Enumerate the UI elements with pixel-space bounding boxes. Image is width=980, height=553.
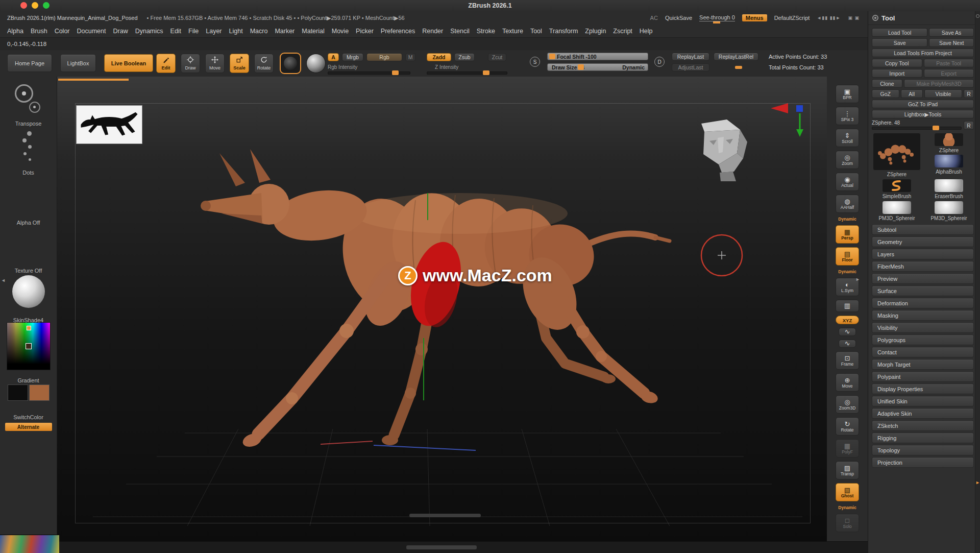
rail-button[interactable]: ▨ Transp — [836, 461, 859, 479]
menu-item[interactable]: Marker — [275, 28, 295, 35]
paste-tool-button[interactable]: Paste Tool — [924, 59, 974, 67]
lightbox-button[interactable]: LightBox — [60, 54, 96, 72]
tool-section-row[interactable]: Layers — [872, 249, 974, 259]
tool-section-row[interactable]: Polypaint — [872, 371, 974, 382]
menu-item[interactable]: Texture — [502, 28, 523, 35]
goz-button[interactable]: GoZ — [872, 89, 899, 98]
switchcolor-label[interactable]: SwitchColor — [0, 414, 57, 420]
dynamic-label[interactable]: Dynamic — [622, 64, 645, 70]
tool-section-row[interactable]: Rigging — [872, 432, 974, 443]
rail-button[interactable]: ▥ — [836, 300, 859, 312]
edit-button[interactable]: Edit — [156, 54, 176, 73]
tool-section-row[interactable]: Deformation — [872, 298, 974, 308]
see-through-slider[interactable]: See-through 0 — [699, 14, 735, 21]
zadd-button[interactable]: Zadd — [427, 53, 451, 61]
tool-thumb[interactable] — [934, 154, 964, 168]
zsphere-slider-handle[interactable] — [933, 126, 939, 130]
menu-item[interactable]: Edit — [170, 28, 182, 35]
stroke-dots-tool[interactable] — [21, 131, 36, 165]
tool-section-row[interactable]: Subtool — [872, 224, 974, 235]
tool-section-row[interactable]: Contact — [872, 347, 974, 357]
mrgb-button[interactable]: Mrgb — [342, 53, 363, 61]
menu-item[interactable]: Light — [229, 28, 243, 35]
tool-section-row[interactable]: Adaptive Skin — [872, 408, 974, 419]
zsub-button[interactable]: Zsub — [454, 53, 475, 61]
rail-button[interactable]: ↻ Rotate — [836, 417, 859, 436]
tool-section-row[interactable]: Preview — [872, 273, 974, 284]
save-button[interactable]: Save — [872, 38, 927, 47]
tool-section-row[interactable]: ZSketch — [872, 420, 974, 431]
rail-button[interactable]: Dynamic — [836, 505, 859, 510]
panel-scroll-arrow[interactable]: ► — [975, 480, 980, 485]
goz-to-ipad-button[interactable]: GoZ To iPad — [872, 100, 974, 108]
rail-button[interactable]: ∿ — [839, 328, 856, 336]
scale-button[interactable]: Scale — [230, 54, 249, 73]
menu-item[interactable]: Document — [77, 28, 106, 35]
tool-section-row[interactable]: Display Properties — [872, 383, 974, 394]
tool-section-row[interactable]: Morph Target — [872, 359, 974, 370]
menu-item[interactable]: Picker — [356, 28, 374, 35]
canvas-scrollbar[interactable] — [409, 514, 481, 517]
menu-item[interactable]: Brush — [31, 28, 47, 35]
z-intensity-slider[interactable] — [427, 71, 507, 75]
draw-size-slider[interactable]: Draw Size 64 Dynamic — [547, 63, 648, 71]
tool-section-row[interactable]: Masking — [872, 310, 974, 321]
replay-last-button[interactable]: ReplayLast — [672, 53, 709, 61]
rgb-button[interactable]: Rgb — [366, 53, 402, 61]
collapse-left-arrow[interactable]: ◄ — [1, 278, 6, 283]
menu-item[interactable]: Tool — [530, 28, 542, 35]
menu-item[interactable]: File — [188, 28, 199, 35]
secondary-color-swatch[interactable] — [8, 384, 28, 401]
rail-button[interactable]: ▦ PolyF — [836, 439, 859, 458]
goz-all-button[interactable]: All — [901, 89, 923, 98]
transpose-tool[interactable] — [12, 84, 45, 118]
tool-section-row[interactable]: FiberMesh — [872, 261, 974, 272]
rail-button[interactable]: ▤ Floor — [836, 247, 859, 266]
import-button[interactable]: Import — [872, 69, 922, 78]
menu-item[interactable]: Zplugin — [585, 28, 606, 35]
menu-item[interactable]: Material — [302, 28, 324, 35]
rail-button[interactable]: □ Solo — [836, 514, 859, 532]
lightbox-tools-button[interactable]: Lightbox▶Tools — [872, 110, 974, 118]
zsphere-slider[interactable]: ZSphere. 48 — [872, 120, 962, 130]
texture-off-label[interactable]: Texture Off — [0, 268, 57, 274]
rail-button[interactable]: ∿ — [839, 340, 856, 348]
draw-button[interactable]: Draw — [181, 54, 200, 73]
rail-button[interactable]: Dynamic — [836, 269, 859, 274]
rail-button[interactable]: ▧ Ghost — [836, 483, 859, 501]
rail-button[interactable]: ◎ Zoom — [836, 151, 859, 169]
tool-thumb[interactable] — [882, 179, 912, 193]
menu-item[interactable]: Alpha — [7, 28, 23, 35]
menu-item[interactable]: Preferences — [381, 28, 415, 35]
tool-section-row[interactable]: Geometry — [872, 236, 974, 247]
rail-button[interactable]: ⋮ SPix 3 — [836, 107, 859, 125]
material-picker[interactable] — [306, 54, 326, 73]
copy-tool-button[interactable]: Copy Tool — [872, 59, 922, 67]
rail-button[interactable]: ⊕ Move — [836, 373, 859, 392]
menu-item[interactable]: Layer — [206, 28, 222, 35]
move-button[interactable]: Move — [205, 54, 225, 73]
rgb-intensity-slider[interactable] — [328, 71, 410, 75]
rail-button[interactable]: ▣ BPR — [836, 85, 859, 103]
default-zscript-button[interactable]: DefaultZScript — [774, 15, 810, 21]
tool-section-row[interactable]: Projection — [872, 457, 974, 468]
load-tool-button[interactable]: Load Tool — [872, 28, 927, 37]
window-icons[interactable]: ▣ ▣ — [848, 15, 860, 20]
home-page-button[interactable]: Home Page — [7, 54, 52, 72]
rail-button[interactable]: ⇕ Scroll — [836, 129, 859, 147]
tool-thumb[interactable] — [934, 133, 964, 147]
goz-visible-button[interactable]: Visible — [924, 89, 962, 98]
menu-item[interactable]: Movie — [332, 28, 349, 35]
clone-button[interactable]: Clone — [872, 79, 902, 88]
menu-item[interactable]: Stencil — [450, 28, 470, 35]
tool-section-row[interactable]: Polygroups — [872, 334, 974, 345]
alpha-off-label[interactable]: Alpha Off — [0, 220, 57, 226]
lightbox-preview-thumb[interactable] — [0, 535, 59, 553]
menus-toggle[interactable]: Menus — [742, 14, 767, 21]
rail-button[interactable]: XYZ — [836, 316, 859, 324]
make-polymesh3d-button[interactable]: Make PolyMesh3D — [904, 79, 974, 88]
save-next-button[interactable]: Save Next — [929, 38, 974, 47]
rail-button[interactable]: ⊡ Frame — [836, 351, 859, 370]
current-tool-thumb[interactable] — [873, 133, 921, 171]
tool-thumb[interactable] — [934, 179, 964, 193]
